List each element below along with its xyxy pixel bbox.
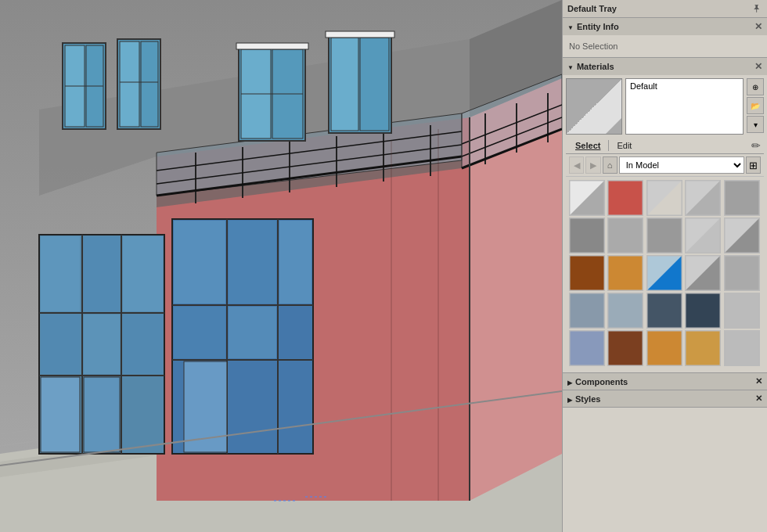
svg-rect-118 <box>686 293 720 328</box>
svg-rect-120 <box>725 293 759 328</box>
entity-info-title: Entity Info <box>577 22 619 31</box>
nav-back-btn[interactable]: ◀ <box>569 156 584 174</box>
components-section[interactable]: Components ✕ <box>563 373 767 390</box>
svg-rect-122 <box>570 331 604 365</box>
tab-separator <box>608 140 609 151</box>
select-tab[interactable]: Select <box>569 139 607 152</box>
material-name: Default <box>630 81 657 91</box>
svg-rect-51 <box>84 236 120 311</box>
nav-details-btn[interactable]: ⊞ <box>746 156 761 174</box>
material-swatch-19[interactable] <box>685 293 721 329</box>
material-tabs: Select Edit ✏ <box>566 138 764 154</box>
styles-section[interactable]: Styles ✕ <box>563 390 767 408</box>
svg-rect-56 <box>41 377 80 452</box>
nav-forward-btn[interactable]: ▶ <box>585 156 600 174</box>
svg-rect-57 <box>84 377 120 452</box>
material-swatch-18[interactable] <box>646 293 682 329</box>
material-swatch-16[interactable] <box>569 293 605 329</box>
material-swatch-7[interactable] <box>607 217 643 253</box>
material-swatch-22[interactable] <box>607 330 643 366</box>
nav-home-btn[interactable]: ⌂ <box>603 156 618 174</box>
material-swatch-1[interactable] <box>569 180 605 216</box>
material-swatch-14[interactable] <box>685 255 721 291</box>
material-swatch-4[interactable] <box>685 180 721 216</box>
entity-info-status: No Selection <box>569 41 618 51</box>
material-grid-wrapper: Brick, Common <box>566 177 764 369</box>
svg-rect-128 <box>686 331 720 365</box>
svg-rect-100 <box>570 256 604 290</box>
pin-button[interactable]: 🖈 <box>751 2 762 15</box>
components-expand-icon <box>567 377 572 386</box>
svg-rect-90 <box>608 218 643 253</box>
material-grid: Brick, Common <box>566 177 764 369</box>
svg-rect-86 <box>725 181 759 215</box>
entity-info-header[interactable]: Entity Info ✕ <box>563 18 767 35</box>
material-swatch-9[interactable] <box>685 217 721 253</box>
materials-content: Default ⊕ 📂 ▾ Select Edit ✏ ◀ ▶ ⌂ <box>563 75 767 372</box>
materials-panel: Materials ✕ Default ⊕ 📂 ▾ Select <box>563 58 767 373</box>
right-panel: Default Tray 🖈 Entity Info ✕ No Selectio… <box>562 0 767 532</box>
svg-rect-124 <box>608 331 643 365</box>
svg-rect-102 <box>608 256 643 290</box>
material-swatch-17[interactable] <box>607 293 643 329</box>
svg-rect-52 <box>123 236 163 311</box>
tray-header: Default Tray 🖈 <box>563 0 767 18</box>
svg-rect-42 <box>331 38 358 131</box>
material-swatch-11[interactable] <box>569 255 605 291</box>
styles-expand-icon <box>567 394 572 404</box>
entity-info-content: No Selection <box>563 35 767 57</box>
svg-rect-63 <box>174 221 225 304</box>
svg-rect-66 <box>174 307 225 358</box>
components-title: Components <box>575 377 628 386</box>
material-swatch-23[interactable] <box>646 330 682 366</box>
material-swatch-6[interactable] <box>569 217 605 253</box>
svg-rect-33 <box>120 41 139 127</box>
material-swatch-15[interactable] <box>724 255 760 291</box>
entity-info-panel: Entity Info ✕ No Selection <box>563 18 767 58</box>
material-swatch-21[interactable] <box>569 330 605 366</box>
materials-header[interactable]: Materials ✕ <box>563 58 767 75</box>
svg-rect-50 <box>41 236 80 311</box>
svg-rect-114 <box>608 293 643 328</box>
tray-title: Default Tray <box>567 4 617 13</box>
styles-title: Styles <box>575 394 600 404</box>
material-swatch-13[interactable] <box>646 255 682 291</box>
material-swatch-8[interactable] <box>646 217 682 253</box>
material-swatch-2[interactable]: Brick, Common <box>607 180 643 216</box>
svg-rect-44 <box>326 31 394 38</box>
svg-rect-53 <box>41 315 80 374</box>
material-folder-btn[interactable]: 📂 <box>747 97 764 114</box>
material-create-btn[interactable]: ⊕ <box>747 78 764 95</box>
material-swatch-5[interactable] <box>724 180 760 216</box>
material-swatch-20[interactable] <box>724 293 760 329</box>
3d-viewport[interactable] <box>0 0 562 532</box>
svg-rect-88 <box>570 218 604 253</box>
svg-rect-34 <box>141 41 158 127</box>
material-side-icons: ⊕ 📂 ▾ <box>747 78 764 135</box>
svg-rect-43 <box>360 38 389 131</box>
material-menu-btn[interactable]: ▾ <box>747 116 764 133</box>
material-location-select[interactable]: In Model Colors Brick, Cladding and Sidi… <box>619 156 744 174</box>
edit-tab[interactable]: Edit <box>610 139 638 152</box>
material-name-box: Default <box>625 78 744 135</box>
material-swatch-3[interactable] <box>646 180 682 216</box>
entity-info-collapse-icon <box>567 22 574 31</box>
svg-rect-40 <box>236 43 308 49</box>
svg-rect-110 <box>725 256 759 290</box>
material-swatch-24[interactable] <box>685 330 721 366</box>
materials-title: Materials <box>577 62 614 71</box>
material-swatch-25[interactable] <box>724 330 760 366</box>
svg-rect-130 <box>725 331 759 365</box>
svg-rect-67 <box>229 307 276 358</box>
components-close[interactable]: ✕ <box>755 376 762 386</box>
svg-rect-55 <box>123 315 163 374</box>
styles-close[interactable]: ✕ <box>755 394 762 404</box>
svg-rect-54 <box>84 315 120 374</box>
material-swatch-12[interactable] <box>607 255 643 291</box>
svg-rect-64 <box>229 221 276 304</box>
material-nav: ◀ ▶ ⌂ In Model Colors Brick, Cladding an… <box>566 154 764 177</box>
eyedropper-tool[interactable]: ✏ <box>751 139 761 152</box>
material-swatch-10[interactable] <box>724 217 760 253</box>
entity-info-close[interactable]: ✕ <box>754 21 762 32</box>
materials-close[interactable]: ✕ <box>754 61 762 72</box>
